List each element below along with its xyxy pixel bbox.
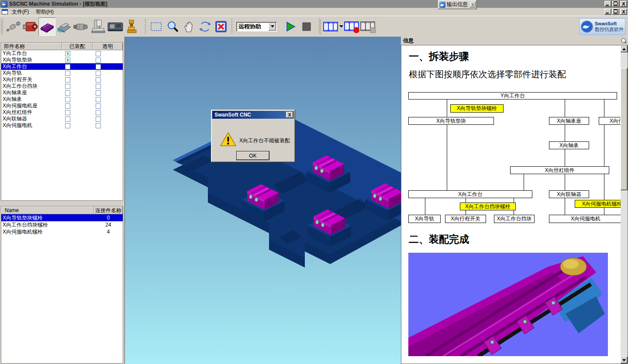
transparent-checkbox[interactable] xyxy=(96,103,101,109)
assembled-checkbox[interactable] xyxy=(65,90,70,96)
complete-heading: 二、装配完成 xyxy=(409,233,469,246)
play-button[interactable] xyxy=(282,17,298,36)
pan-hand-icon[interactable] xyxy=(180,17,197,36)
combo-dropdown-icon[interactable] xyxy=(269,23,276,31)
pin-icon[interactable] xyxy=(621,38,626,45)
parts-table-row[interactable]: X向轴承座 xyxy=(1,89,123,96)
transparent-checkbox[interactable] xyxy=(96,51,101,56)
worktable-icon[interactable] xyxy=(38,17,55,36)
spindle-icon[interactable] xyxy=(72,17,90,36)
parts-table-row[interactable]: X向行程开关 xyxy=(1,76,123,83)
assembled-checkbox[interactable] xyxy=(65,71,70,76)
toolbar-grip[interactable] xyxy=(145,19,147,34)
parts-table-row[interactable]: X向工作台 xyxy=(1,63,123,70)
output-info-close-button[interactable]: x xyxy=(470,2,476,7)
film-record-icon[interactable] xyxy=(344,17,360,36)
column-header-name[interactable]: Name xyxy=(1,206,94,214)
connector-table-row[interactable]: X向导轨垫块螺栓0 xyxy=(1,214,123,221)
lathe-icon[interactable] xyxy=(107,17,124,36)
instruction-text: 根据下图按顺序依次选择零部件进行装配 xyxy=(409,69,566,80)
assembled-checkbox[interactable] xyxy=(65,97,70,102)
dialog-ok-button[interactable]: OK xyxy=(236,151,269,160)
column-header-connector-count[interactable]: 连接件名称 xyxy=(94,206,123,214)
parts-table-row[interactable]: X向工作台挡块 xyxy=(1,83,123,89)
connector-table-row[interactable]: X向伺服电机螺栓4 xyxy=(1,228,123,235)
info-scrollbar[interactable] xyxy=(621,45,628,364)
transparent-checkbox[interactable] xyxy=(96,110,101,115)
toolbar-grip[interactable] xyxy=(319,19,321,34)
connector-name: X向导轨垫块螺栓 xyxy=(1,214,94,222)
output-info-label: 输出信息 xyxy=(447,1,468,8)
ballscrew-icon[interactable] xyxy=(4,17,21,36)
scroll-thumb[interactable] xyxy=(621,68,628,190)
column-header-assembled[interactable]: 已装配 xyxy=(62,43,93,50)
dialog-close-button[interactable]: X xyxy=(286,112,293,118)
swansoft-globe-icon xyxy=(580,20,593,33)
transparent-checkbox[interactable] xyxy=(96,97,101,102)
assembled-checkbox[interactable] xyxy=(65,110,70,115)
stop-button[interactable] xyxy=(298,17,314,36)
warning-icon xyxy=(220,132,236,148)
connector-table-row[interactable]: X向工作台挡块螺栓24 xyxy=(1,221,123,228)
film-stop-icon[interactable] xyxy=(360,17,376,36)
assembled-checkbox[interactable] xyxy=(65,77,70,82)
fit-view-icon[interactable] xyxy=(213,17,229,36)
scroll-up-button[interactable] xyxy=(621,45,628,52)
zoom-icon[interactable] xyxy=(164,17,180,36)
column-header-transparent[interactable]: 透明 xyxy=(93,43,123,50)
assembled-checkbox[interactable] xyxy=(65,123,70,128)
assembled-checkbox[interactable] xyxy=(65,117,70,122)
parts-table-row[interactable]: X向导轨 xyxy=(1,70,123,76)
assembled-checkbox[interactable] xyxy=(65,51,70,56)
column-header-part-name[interactable]: 部件名称 xyxy=(1,43,62,50)
menu-help[interactable]: 帮助(H) xyxy=(33,7,57,17)
toolbar-grip[interactable] xyxy=(1,19,3,34)
menu-file[interactable]: 文件(F) xyxy=(9,7,32,17)
scroll-down-button[interactable] xyxy=(621,357,628,364)
toolbar-grip[interactable] xyxy=(231,19,233,34)
mdi-minimize-button[interactable] xyxy=(604,9,611,15)
parts-table-row[interactable]: X向轴承 xyxy=(1,96,123,103)
transparent-checkbox[interactable] xyxy=(96,117,101,122)
transparent-checkbox[interactable] xyxy=(96,64,101,69)
select-rectangle-icon[interactable] xyxy=(148,17,164,36)
parts-table-row[interactable]: X向丝杠组件 xyxy=(1,109,123,116)
milling-machine-icon[interactable] xyxy=(90,17,107,36)
parts-table-row[interactable]: X向联轴器 xyxy=(1,116,123,122)
flow-node-coupling: X向联轴器 xyxy=(549,190,589,198)
gearbox-icon[interactable] xyxy=(21,17,38,36)
mdi-child-icon[interactable] xyxy=(2,9,8,14)
parts-table-row[interactable]: Y向工作台 xyxy=(1,50,123,57)
film-play-icon[interactable] xyxy=(322,17,338,36)
info-panel: 信息 一、拆装步骤 根据下图按顺序依次选择零部件进行装配 xyxy=(401,37,628,364)
restore-button[interactable] xyxy=(612,1,619,7)
mdi-restore-button[interactable] xyxy=(612,9,619,15)
rotate-icon[interactable] xyxy=(197,17,213,36)
assembled-checkbox[interactable] xyxy=(65,64,70,69)
viewport-3d[interactable] xyxy=(124,37,401,364)
dialog-title-bar[interactable]: SwanSoft CNC X xyxy=(212,111,294,119)
mdi-close-button[interactable]: X xyxy=(620,9,627,15)
transparent-checkbox[interactable] xyxy=(96,84,101,89)
parts-table-row[interactable]: X向伺服电机 xyxy=(1,122,123,129)
transparent-checkbox[interactable] xyxy=(96,58,101,63)
message-dialog: SwanSoft CNC X X向工作台不能被装配 OK xyxy=(211,110,295,162)
parts-table-row[interactable]: X向伺服电机座 xyxy=(1,103,123,109)
flow-node-bolt-pad: X向导轨垫块螺栓 xyxy=(450,104,504,113)
saddle-icon[interactable] xyxy=(55,17,72,36)
info-panel-header: 信息 xyxy=(401,37,628,45)
transparent-checkbox[interactable] xyxy=(96,77,101,82)
remote-assist-combobox[interactable]: 远程协助 xyxy=(236,22,277,31)
assembled-checkbox[interactable] xyxy=(65,84,70,89)
output-info-floatbar[interactable]: 输出信息 x xyxy=(438,0,477,9)
transparent-checkbox[interactable] xyxy=(96,123,101,128)
minimize-button[interactable] xyxy=(604,1,611,7)
parts-table-row[interactable]: X向导轨垫块 xyxy=(1,57,123,63)
transparent-checkbox[interactable] xyxy=(96,90,101,96)
close-button[interactable]: X xyxy=(620,1,627,7)
assembled-checkbox[interactable] xyxy=(65,103,70,109)
transparent-checkbox[interactable] xyxy=(96,71,101,76)
film-dropdown-icon[interactable] xyxy=(338,25,344,28)
assembled-checkbox[interactable] xyxy=(65,58,70,63)
press-icon[interactable] xyxy=(124,17,141,36)
